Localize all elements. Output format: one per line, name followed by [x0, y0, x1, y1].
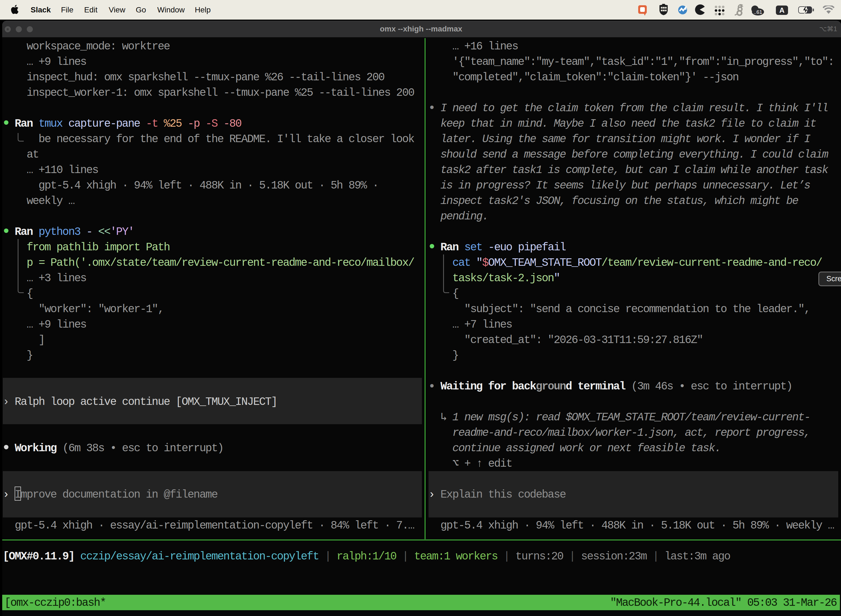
svg-text:..61: ..61 [753, 9, 762, 15]
